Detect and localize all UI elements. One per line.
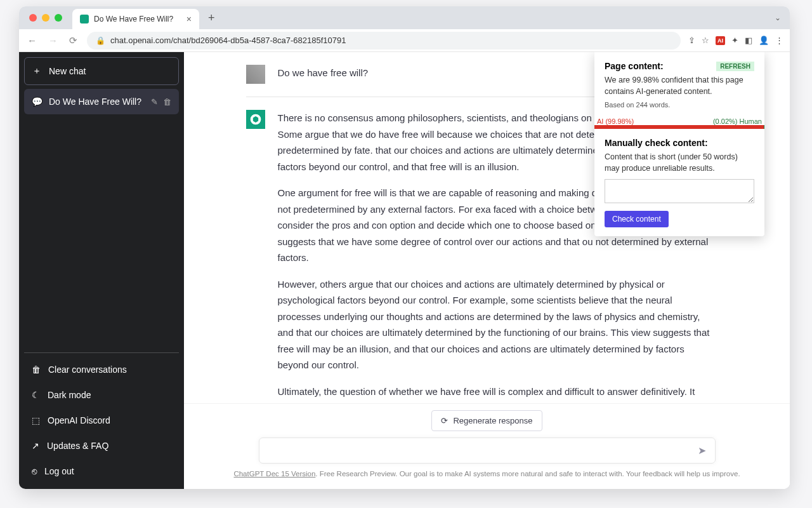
logout-icon: ⎋ (32, 466, 37, 476)
ai-percentage-label: AI (99.98%) (597, 117, 634, 125)
overflow-menu-button[interactable]: ⋮ (775, 36, 783, 45)
updates-faq-button[interactable]: ↗Updates & FAQ (24, 433, 179, 458)
new-tab-button[interactable]: + (204, 11, 219, 25)
send-button[interactable]: ➤ (698, 444, 706, 457)
manual-check-title: Manually check content: (605, 138, 754, 148)
edit-chat-icon[interactable]: ✎ (151, 97, 158, 107)
url-bar: ← → ⟳ 🔒 chat.openai.com/chat/bd269064-db… (19, 29, 790, 52)
external-link-icon: ↗ (32, 441, 39, 451)
plus-icon: ＋ (32, 65, 41, 77)
window-minimize-button[interactable] (42, 14, 49, 22)
ai-human-bar (594, 125, 764, 129)
manual-check-input[interactable] (605, 179, 754, 203)
popup-refresh-button[interactable]: REFRESH (716, 62, 754, 71)
popup-title: Page content: (605, 61, 664, 71)
back-button[interactable]: ← (25, 35, 39, 46)
assistant-avatar-icon (246, 110, 265, 129)
refresh-icon: ⟳ (441, 416, 448, 425)
browser-tab[interactable]: Do We Have Free Will? × (72, 9, 199, 29)
popup-confidence-text: We are 99.98% confident that this page c… (605, 75, 754, 97)
chat-bubble-icon: 💬 (32, 97, 43, 107)
extensions-icon[interactable]: ✦ (731, 36, 738, 45)
discord-button[interactable]: ⬚OpenAI Discord (24, 408, 179, 433)
tab-title: Do We Have Free Will? (94, 15, 173, 23)
ai-detector-popup: Page content: REFRESH We are 99.98% conf… (594, 52, 764, 236)
manual-check-note: Content that is short (under 50 words) m… (605, 152, 754, 174)
tab-favicon-icon (80, 15, 89, 23)
message-input[interactable] (268, 445, 698, 456)
share-icon[interactable]: ⇪ (688, 36, 695, 45)
lock-icon: 🔒 (96, 36, 105, 45)
browser-tab-bar: Do We Have Free Will? × + ⌄ (19, 6, 790, 29)
tabs-dropdown-button[interactable]: ⌄ (771, 13, 785, 22)
chat-history-item[interactable]: 💬 Do We Have Free Will? ✎ 🗑 (24, 89, 179, 114)
forward-button[interactable]: → (46, 35, 60, 46)
discord-icon: ⬚ (32, 415, 40, 425)
logout-button[interactable]: ⎋Log out (24, 458, 179, 484)
dark-mode-button[interactable]: ☾Dark mode (24, 382, 179, 408)
address-field[interactable]: 🔒 chat.openai.com/chat/bd269064-db5a-458… (87, 32, 681, 50)
profile-icon[interactable]: 👤 (759, 36, 769, 45)
sidebar: ＋ New chat 💬 Do We Have Free Will? ✎ 🗑 🗑… (19, 52, 184, 489)
chat-history-title: Do We Have Free Will? (49, 97, 145, 107)
trash-icon: 🗑 (32, 364, 41, 375)
new-chat-label: New chat (49, 66, 86, 76)
clear-conversations-button[interactable]: 🗑Clear conversations (24, 357, 179, 382)
window-close-button[interactable] (29, 14, 37, 22)
check-content-button[interactable]: Check content (605, 211, 669, 227)
footer-fineprint: ChatGPT Dec 15 Version. Free Research Pr… (233, 470, 740, 478)
panel-icon[interactable]: ◧ (745, 36, 752, 45)
delete-chat-icon[interactable]: 🗑 (163, 97, 171, 107)
url-text: chat.openai.com/chat/bd269064-db5a-4587-… (110, 36, 346, 45)
new-chat-button[interactable]: ＋ New chat (24, 57, 179, 85)
regenerate-button[interactable]: ⟳ Regenerate response (431, 410, 542, 431)
message-input-container: ➤ (259, 438, 716, 464)
moon-icon: ☾ (32, 390, 40, 400)
bookmark-icon[interactable]: ☆ (702, 36, 709, 45)
version-link[interactable]: ChatGPT Dec 15 Version (233, 470, 315, 478)
window-maximize-button[interactable] (55, 14, 62, 22)
popup-basis-text: Based on 244 words. (605, 101, 754, 109)
reload-button[interactable]: ⟳ (67, 35, 79, 46)
tab-close-button[interactable]: × (187, 14, 192, 24)
ai-detector-extension-icon[interactable]: AI (716, 36, 725, 45)
user-avatar (246, 65, 265, 84)
human-percentage-label: (0.02%) Human (713, 117, 762, 125)
